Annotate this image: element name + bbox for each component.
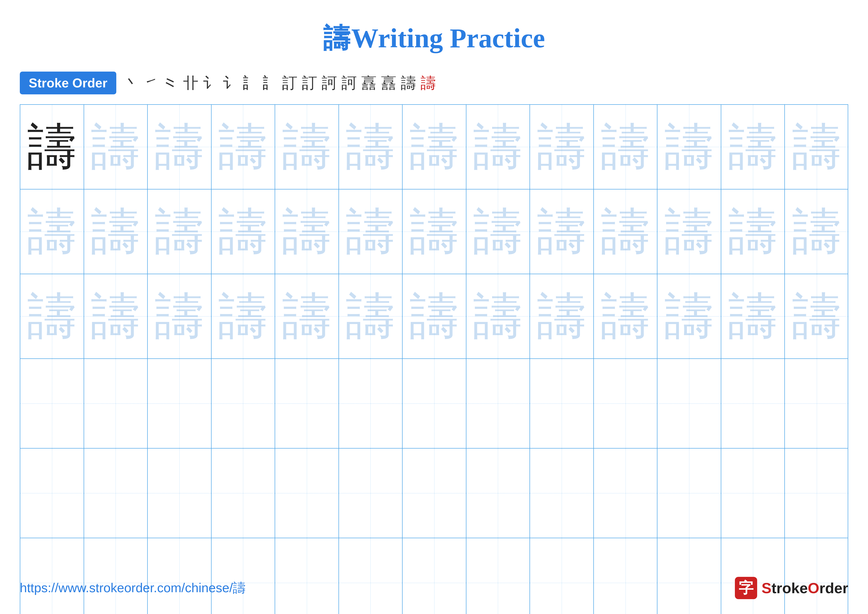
grid-cell-5-3[interactable] <box>148 449 212 538</box>
grid-cell-3-13[interactable]: 譸 <box>785 274 849 358</box>
grid-cell-4-12[interactable] <box>721 359 785 448</box>
grid-cell-4-1[interactable] <box>20 359 84 448</box>
stroke-16: 譸 <box>421 75 436 91</box>
grid-cell-6-12[interactable] <box>721 538 785 614</box>
grid-cell-6-6[interactable] <box>339 538 403 614</box>
grid-cell-2-1[interactable]: 譸 <box>20 190 84 274</box>
grid-cell-5-11[interactable] <box>657 449 721 538</box>
grid-cell-2-11[interactable]: 譸 <box>657 190 721 274</box>
grid-cell-1-10[interactable]: 譸 <box>594 105 658 189</box>
char-light: 譸 <box>473 122 522 172</box>
char-light: 譸 <box>282 207 332 256</box>
grid-cell-2-9[interactable]: 譸 <box>530 190 594 274</box>
grid-cell-2-8[interactable]: 譸 <box>467 190 530 274</box>
grid-cell-4-9[interactable] <box>530 359 594 448</box>
grid-cell-4-2[interactable] <box>84 359 148 448</box>
grid-cell-2-7[interactable]: 譸 <box>403 190 467 274</box>
grid-cell-1-9[interactable]: 譸 <box>530 105 594 189</box>
grid-cell-4-13[interactable] <box>785 359 849 448</box>
grid-cell-2-5[interactable]: 譸 <box>275 190 339 274</box>
grid-cell-1-12[interactable]: 譸 <box>721 105 785 189</box>
grid-cell-1-8[interactable]: 譸 <box>467 105 530 189</box>
grid-cell-2-6[interactable]: 譸 <box>339 190 403 274</box>
grid-cell-6-11[interactable] <box>657 538 721 614</box>
grid-cell-4-10[interactable] <box>594 359 658 448</box>
grid-cell-5-7[interactable] <box>403 449 467 538</box>
grid-cell-3-7[interactable]: 譸 <box>403 274 467 358</box>
grid-cell-1-2[interactable]: 譸 <box>84 105 148 189</box>
grid-cell-5-8[interactable] <box>467 449 530 538</box>
char-light: 譸 <box>792 292 842 341</box>
grid-row-6 <box>20 538 848 614</box>
grid-cell-4-7[interactable] <box>403 359 467 448</box>
char-light: 譸 <box>537 122 586 172</box>
grid-cell-4-4[interactable] <box>212 359 275 448</box>
stroke-7: 訁 <box>242 75 258 91</box>
grid-cell-5-1[interactable] <box>20 449 84 538</box>
grid-cell-5-5[interactable] <box>275 449 339 538</box>
grid-cell-5-2[interactable] <box>84 449 148 538</box>
grid-cell-3-9[interactable]: 譸 <box>530 274 594 358</box>
grid-cell-3-5[interactable]: 譸 <box>275 274 339 358</box>
grid-cell-3-4[interactable]: 譸 <box>212 274 275 358</box>
grid-cell-6-2[interactable] <box>84 538 148 614</box>
grid-cell-2-10[interactable]: 譸 <box>594 190 658 274</box>
grid-cell-2-4[interactable]: 譸 <box>212 190 275 274</box>
grid-cell-1-3[interactable]: 譸 <box>148 105 212 189</box>
char-light: 譸 <box>664 292 714 341</box>
grid-cell-3-11[interactable]: 譸 <box>657 274 721 358</box>
char-light: 譸 <box>792 122 842 172</box>
grid-cell-4-3[interactable] <box>148 359 212 448</box>
grid-cell-6-7[interactable] <box>403 538 467 614</box>
char-light: 譸 <box>282 292 332 341</box>
footer: https://www.strokeorder.com/chinese/譸 字 … <box>20 577 848 599</box>
grid-cell-2-2[interactable]: 譸 <box>84 190 148 274</box>
grid-cell-4-5[interactable] <box>275 359 339 448</box>
char-light: 譸 <box>728 122 778 172</box>
grid-cell-1-13[interactable]: 譸 <box>785 105 849 189</box>
grid-cell-1-11[interactable]: 譸 <box>657 105 721 189</box>
grid-cell-3-10[interactable]: 譸 <box>594 274 658 358</box>
grid-cell-1-4[interactable]: 譸 <box>212 105 275 189</box>
grid-cell-4-8[interactable] <box>467 359 530 448</box>
stroke-13: 譶 <box>361 75 377 91</box>
grid-cell-6-10[interactable] <box>594 538 658 614</box>
grid-cell-4-6[interactable] <box>339 359 403 448</box>
grid-cell-2-12[interactable]: 譸 <box>721 190 785 274</box>
char-light: 譸 <box>346 122 395 172</box>
grid-cell-1-7[interactable]: 譸 <box>403 105 467 189</box>
stroke-3: ⺀ <box>163 75 179 91</box>
grid-cell-6-13[interactable] <box>785 538 849 614</box>
stroke-9: 訂 <box>282 75 298 91</box>
grid-cell-5-10[interactable] <box>594 449 658 538</box>
grid-cell-5-12[interactable] <box>721 449 785 538</box>
grid-cell-2-3[interactable]: 譸 <box>148 190 212 274</box>
grid-cell-5-6[interactable] <box>339 449 403 538</box>
title-char: 譸 <box>323 23 350 53</box>
grid-cell-1-6[interactable]: 譸 <box>339 105 403 189</box>
grid-cell-3-2[interactable]: 譸 <box>84 274 148 358</box>
grid-cell-5-9[interactable] <box>530 449 594 538</box>
grid-cell-6-1[interactable] <box>20 538 84 614</box>
char-light: 譸 <box>409 122 459 172</box>
grid-cell-6-9[interactable] <box>530 538 594 614</box>
char-light: 譸 <box>27 292 77 341</box>
grid-cell-6-5[interactable] <box>275 538 339 614</box>
grid-cell-3-3[interactable]: 譸 <box>148 274 212 358</box>
char-light: 譸 <box>473 292 522 341</box>
grid-cell-5-13[interactable] <box>785 449 849 538</box>
grid-cell-4-11[interactable] <box>657 359 721 448</box>
grid-cell-5-4[interactable] <box>212 449 275 538</box>
grid-cell-2-13[interactable]: 譸 <box>785 190 849 274</box>
grid-cell-3-8[interactable]: 譸 <box>467 274 530 358</box>
grid-cell-1-5[interactable]: 譸 <box>275 105 339 189</box>
practice-area: 譸 譸 譸 譸 譸 譸 譸 譸 譸 譸 譸 譸 <box>20 104 848 614</box>
grid-cell-6-8[interactable] <box>467 538 530 614</box>
grid-cell-6-4[interactable] <box>212 538 275 614</box>
grid-cell-3-6[interactable]: 譸 <box>339 274 403 358</box>
grid-cell-6-3[interactable] <box>148 538 212 614</box>
grid-cell-3-12[interactable]: 譸 <box>721 274 785 358</box>
grid-row-1: 譸 譸 譸 譸 譸 譸 譸 譸 譸 譸 譸 譸 <box>20 105 848 190</box>
grid-cell-1-1[interactable]: 譸 <box>20 105 84 189</box>
grid-cell-3-1[interactable]: 譸 <box>20 274 84 358</box>
